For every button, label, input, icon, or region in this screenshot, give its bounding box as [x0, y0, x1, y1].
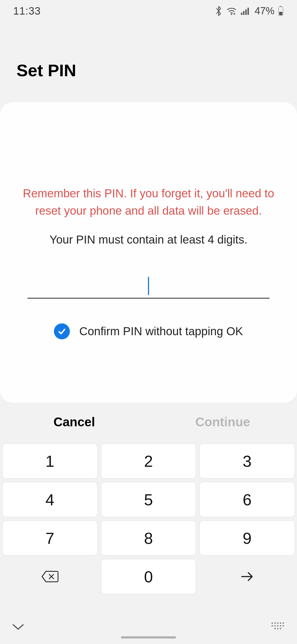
warning-text: Remember this PIN. If you forget it, you… — [22, 185, 275, 219]
svg-rect-4 — [248, 8, 249, 15]
key-backspace[interactable] — [2, 559, 98, 594]
bluetooth-icon — [215, 6, 223, 16]
key-9[interactable]: 9 — [199, 520, 295, 556]
battery-icon — [278, 6, 284, 16]
key-1[interactable]: 1 — [2, 443, 98, 479]
battery-percent: 47% — [255, 5, 274, 17]
svg-point-17 — [283, 625, 284, 627]
key-6[interactable]: 6 — [199, 482, 295, 517]
svg-rect-2 — [243, 11, 244, 15]
cancel-button[interactable]: Cancel — [0, 414, 148, 429]
check-icon — [54, 323, 70, 339]
confirm-without-ok-checkbox[interactable]: Confirm PIN without tapping OK — [16, 323, 280, 339]
svg-point-9 — [274, 623, 276, 624]
wifi-icon — [226, 7, 237, 15]
svg-point-0 — [231, 14, 232, 15]
text-cursor — [148, 277, 149, 295]
svg-point-16 — [280, 625, 281, 627]
svg-rect-7 — [279, 12, 282, 15]
key-4[interactable]: 4 — [2, 482, 98, 517]
backspace-icon — [41, 570, 59, 583]
svg-point-15 — [277, 625, 279, 627]
continue-button[interactable]: Continue — [148, 414, 297, 429]
confirm-label: Confirm PIN without tapping OK — [79, 325, 243, 338]
system-nav-bar — [0, 611, 297, 644]
key-0[interactable]: 0 — [101, 559, 196, 594]
signal-icon — [240, 7, 250, 15]
svg-rect-3 — [245, 9, 247, 15]
svg-point-8 — [272, 623, 273, 624]
status-bar: 11:33 47% — [0, 0, 297, 22]
keyboard-switch-button[interactable] — [271, 621, 286, 634]
numeric-keypad: 1 2 3 4 5 6 7 8 9 0 — [0, 441, 297, 594]
svg-point-13 — [272, 625, 273, 627]
svg-point-20 — [280, 628, 281, 629]
gesture-handle[interactable] — [121, 636, 176, 638]
svg-rect-6 — [280, 6, 282, 7]
pin-card: Remember this PIN. If you forget it, you… — [0, 102, 297, 403]
key-8[interactable]: 8 — [101, 520, 196, 556]
arrow-right-icon — [240, 570, 255, 583]
action-row: Cancel Continue — [0, 403, 297, 441]
key-submit[interactable] — [199, 559, 295, 594]
status-time: 11:33 — [13, 5, 41, 17]
collapse-keyboard-button[interactable] — [11, 623, 25, 632]
key-7[interactable]: 7 — [2, 520, 98, 556]
key-2[interactable]: 2 — [101, 443, 196, 479]
svg-point-14 — [274, 625, 276, 627]
page-title: Set PIN — [0, 22, 297, 102]
svg-point-10 — [277, 623, 279, 624]
svg-point-18 — [274, 628, 276, 629]
svg-rect-1 — [241, 13, 242, 15]
svg-point-12 — [283, 623, 284, 624]
pin-input[interactable] — [28, 274, 270, 299]
svg-point-11 — [280, 623, 281, 624]
hint-text: Your PIN must contain at least 4 digits. — [16, 233, 280, 246]
svg-point-19 — [277, 628, 279, 629]
key-3[interactable]: 3 — [199, 443, 295, 479]
status-icons: 47% — [215, 5, 284, 17]
key-5[interactable]: 5 — [101, 482, 196, 517]
